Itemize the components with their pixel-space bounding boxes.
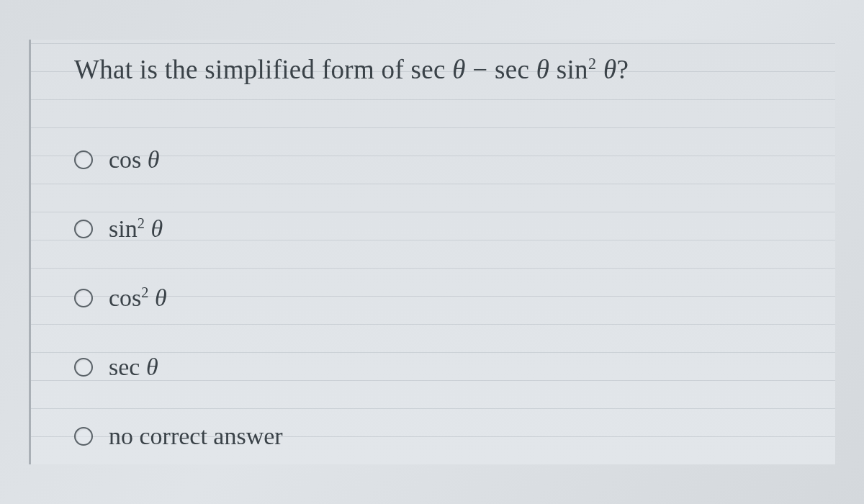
radio-icon[interactable]	[74, 150, 93, 169]
theta: θ	[148, 146, 160, 173]
fn: cos	[109, 284, 141, 311]
expr-sin: sin	[557, 55, 588, 84]
radio-icon[interactable]	[74, 289, 93, 307]
option-no-correct[interactable]: no correct answer	[74, 423, 799, 450]
expr-sec2: sec	[495, 55, 529, 84]
options-list: cos θ sin2 θ cos2 θ sec θ no correct ans…	[74, 146, 799, 450]
option-sin2[interactable]: sin2 θ	[74, 215, 799, 243]
quiz-container: What is the simplified form of sec θ − s…	[29, 40, 835, 464]
option-cos[interactable]: cos θ	[74, 146, 799, 174]
radio-icon[interactable]	[74, 358, 93, 377]
option-label: cos θ	[109, 146, 160, 174]
fn: sec	[109, 354, 140, 380]
option-label: cos2 θ	[109, 284, 167, 312]
option-sec[interactable]: sec θ	[74, 354, 799, 381]
fn: cos	[109, 146, 141, 173]
minus-sign: −	[466, 55, 495, 84]
radio-icon[interactable]	[74, 427, 93, 446]
option-label: sec θ	[109, 354, 158, 381]
theta: θ	[146, 354, 158, 380]
exp: 2	[141, 284, 148, 300]
question-prefix: What is the simplified form of	[74, 55, 411, 84]
theta-1: θ	[452, 55, 465, 84]
option-label: sin2 θ	[109, 215, 163, 243]
exponent-2: 2	[588, 55, 596, 73]
theta: θ	[155, 284, 167, 311]
option-cos2[interactable]: cos2 θ	[74, 284, 799, 312]
theta: θ	[150, 215, 163, 242]
radio-icon[interactable]	[74, 220, 93, 238]
expr-sec1: sec	[411, 55, 446, 84]
exp: 2	[138, 215, 145, 231]
question-text: What is the simplified form of sec θ − s…	[74, 54, 799, 85]
question-mark: ?	[616, 55, 629, 84]
option-label: no correct answer	[109, 423, 283, 450]
theta-2: θ	[536, 55, 549, 84]
theta-3: θ	[603, 55, 616, 84]
fn: sin	[109, 215, 138, 242]
